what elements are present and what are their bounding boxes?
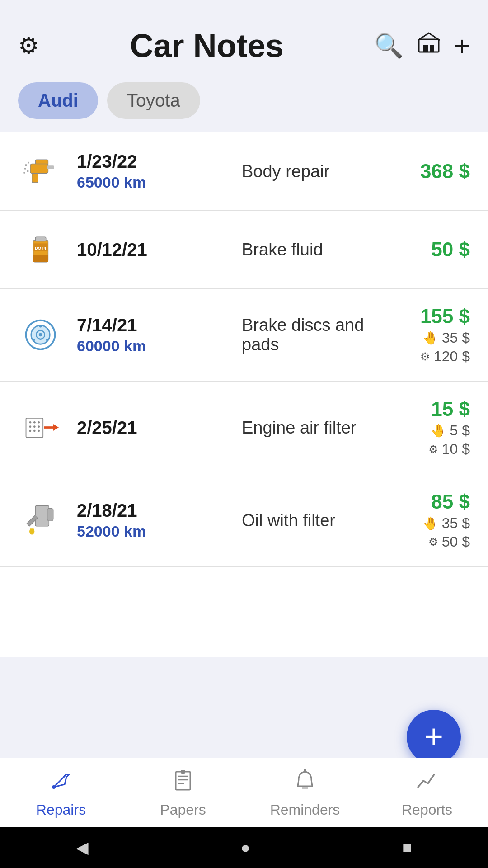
android-nav-bar: ◀ ● ■ bbox=[0, 827, 488, 868]
search-icon[interactable]: 🔍 bbox=[374, 32, 404, 60]
repair-info: 10/12/21 bbox=[77, 240, 224, 260]
papers-icon bbox=[171, 769, 195, 798]
svg-rect-5 bbox=[30, 164, 48, 174]
repair-cost-total: 155 $ bbox=[389, 305, 470, 328]
reminders-icon bbox=[293, 769, 317, 798]
repair-km: 60000 km bbox=[77, 337, 224, 355]
repair-info: 2/25/21 bbox=[77, 418, 224, 438]
svg-point-29 bbox=[29, 425, 32, 428]
svg-rect-14 bbox=[35, 237, 46, 241]
repair-cost-total: 368 $ bbox=[389, 160, 470, 183]
svg-rect-40 bbox=[176, 772, 190, 790]
android-recent-button[interactable]: ■ bbox=[402, 838, 412, 857]
repair-cost: 50 $ bbox=[389, 238, 470, 261]
nav-item-papers[interactable]: Papers bbox=[122, 758, 244, 827]
svg-point-24 bbox=[33, 339, 35, 341]
repair-icon-fluid: DOT4 bbox=[18, 227, 63, 272]
repair-item[interactable]: DOT4 10/12/21 Brake fluid 50 $ bbox=[0, 211, 488, 289]
bottom-nav: Repairs Papers Reminders bbox=[0, 758, 488, 827]
repair-date: 10/12/21 bbox=[77, 240, 224, 260]
parts-icon: ⚙ bbox=[420, 350, 430, 363]
svg-point-34 bbox=[38, 430, 40, 432]
svg-rect-7 bbox=[47, 165, 54, 169]
svg-rect-2 bbox=[430, 45, 434, 52]
repairs-icon bbox=[49, 769, 73, 798]
repair-name: Brake discs and pads bbox=[242, 316, 389, 354]
svg-point-47 bbox=[304, 769, 306, 771]
svg-rect-1 bbox=[423, 45, 428, 52]
labor-icon: 🤚 bbox=[422, 330, 438, 345]
add-header-icon[interactable]: + bbox=[454, 30, 470, 61]
parts-icon: ⚙ bbox=[428, 443, 438, 456]
repair-cost-total: 85 $ bbox=[389, 491, 470, 513]
svg-point-39 bbox=[52, 785, 56, 789]
nav-item-repairs[interactable]: Repairs bbox=[0, 758, 122, 827]
repair-km: 52000 km bbox=[77, 523, 224, 540]
repair-cost: 368 $ bbox=[389, 160, 470, 183]
svg-point-21 bbox=[39, 333, 42, 337]
parts-icon: ⚙ bbox=[428, 536, 438, 548]
repair-item[interactable]: 2/25/21 Engine air filter 15 $ 🤚 5 $ ⚙ 1… bbox=[0, 382, 488, 474]
svg-point-11 bbox=[27, 170, 29, 172]
svg-point-26 bbox=[29, 421, 32, 424]
repair-icon-oil bbox=[18, 498, 63, 543]
nav-item-reports[interactable]: Reports bbox=[366, 758, 488, 827]
repair-info: 1/23/22 65000 km bbox=[77, 151, 224, 191]
labor-icon: 🤚 bbox=[431, 423, 446, 438]
repair-labor-cost: 🤚 5 $ bbox=[389, 422, 470, 439]
repair-icon-filter bbox=[18, 405, 63, 450]
repair-cost: 155 $ 🤚 35 $ ⚙ 120 $ bbox=[389, 305, 470, 365]
repair-cost: 15 $ 🤚 5 $ ⚙ 10 $ bbox=[389, 398, 470, 458]
repair-name: Brake fluid bbox=[242, 240, 389, 259]
repair-labor-cost: 🤚 35 $ bbox=[389, 515, 470, 532]
repair-info: 7/14/21 60000 km bbox=[77, 315, 224, 355]
header: ⚙ Car Notes 🔍 + bbox=[0, 0, 488, 78]
repair-info: 2/18/21 52000 km bbox=[77, 500, 224, 540]
repair-cost: 85 $ 🤚 35 $ ⚙ 50 $ bbox=[389, 491, 470, 550]
repair-date: 2/25/21 bbox=[77, 418, 224, 438]
repair-date: 7/14/21 bbox=[77, 315, 224, 335]
repair-km: 65000 km bbox=[77, 174, 224, 191]
repair-name: Oil with filter bbox=[242, 511, 389, 530]
repair-date: 1/23/22 bbox=[77, 151, 224, 172]
svg-rect-0 bbox=[419, 39, 439, 52]
repair-item[interactable]: 1/23/22 65000 km Body repair 368 $ bbox=[0, 132, 488, 211]
svg-marker-36 bbox=[53, 424, 59, 431]
repair-labor-cost: 🤚 35 $ bbox=[389, 330, 470, 346]
svg-point-31 bbox=[38, 425, 40, 428]
svg-point-33 bbox=[33, 430, 36, 432]
svg-rect-38 bbox=[47, 508, 53, 521]
header-right-icons: 🔍 + bbox=[374, 30, 470, 61]
svg-point-22 bbox=[39, 325, 42, 328]
android-home-button[interactable]: ● bbox=[240, 838, 250, 857]
svg-point-27 bbox=[33, 421, 36, 424]
nav-label-repairs: Repairs bbox=[36, 802, 86, 818]
nav-item-reminders[interactable]: Reminders bbox=[244, 758, 366, 827]
tab-toyota[interactable]: Toyota bbox=[107, 82, 200, 119]
svg-rect-17 bbox=[33, 255, 48, 262]
tab-audi[interactable]: Audi bbox=[18, 82, 98, 119]
repair-item[interactable]: 2/18/21 52000 km Oil with filter 85 $ 🤚 … bbox=[0, 474, 488, 567]
settings-icon[interactable]: ⚙ bbox=[18, 32, 39, 59]
repair-name: Engine air filter bbox=[242, 418, 389, 438]
repair-cost-total: 50 $ bbox=[389, 238, 470, 261]
repair-item[interactable]: 7/14/21 60000 km Brake discs and pads 15… bbox=[0, 289, 488, 382]
repair-icon-paint bbox=[18, 149, 63, 194]
android-back-button[interactable]: ◀ bbox=[76, 838, 89, 857]
repair-cost-total: 15 $ bbox=[389, 398, 470, 420]
svg-point-10 bbox=[24, 168, 26, 170]
svg-point-28 bbox=[38, 421, 40, 424]
svg-rect-44 bbox=[181, 770, 185, 774]
nav-label-reminders: Reminders bbox=[270, 802, 340, 818]
nav-label-papers: Papers bbox=[160, 802, 206, 818]
add-fab-button[interactable]: + bbox=[407, 710, 461, 764]
svg-rect-6 bbox=[32, 173, 38, 183]
svg-point-8 bbox=[25, 164, 27, 166]
garage-icon[interactable] bbox=[417, 31, 441, 60]
repair-date: 2/18/21 bbox=[77, 500, 224, 521]
car-tabs: Audi Toyota bbox=[0, 78, 488, 132]
repair-list: 1/23/22 65000 km Body repair 368 $ DOT4 … bbox=[0, 132, 488, 657]
reports-icon bbox=[415, 769, 439, 798]
repair-parts-cost: ⚙ 50 $ bbox=[389, 533, 470, 550]
svg-point-32 bbox=[29, 430, 32, 432]
